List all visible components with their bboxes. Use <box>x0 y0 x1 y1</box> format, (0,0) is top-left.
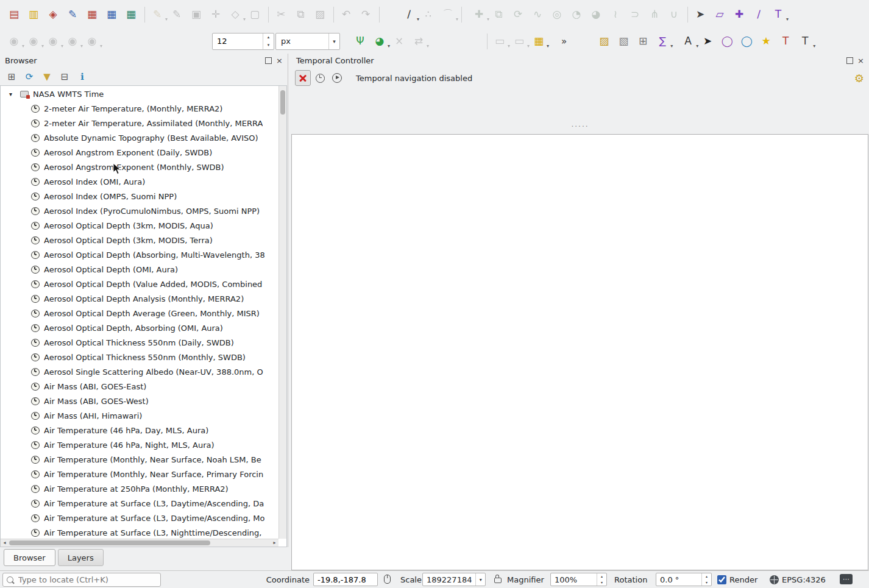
locator-input[interactable] <box>17 575 157 585</box>
tree-item[interactable]: Aerosol Optical Depth (Value Added, MODI… <box>1 277 278 291</box>
move-feature[interactable]: ✚ <box>470 5 488 24</box>
reshape-features[interactable]: ⊃ <box>626 5 644 24</box>
tree-item[interactable]: 2-meter Air Temperature, (Monthly, MERRA… <box>1 101 278 116</box>
show-map-tips[interactable]: ▧ <box>614 32 633 51</box>
tree-item[interactable]: Air Mass (ABI, GOES-West) <box>1 394 278 408</box>
tree-item[interactable]: Aerosol Angstrom Exponent (Daily, SWDB) <box>1 145 278 160</box>
add-feature[interactable]: ✛ <box>207 5 225 24</box>
new-temporary-scratch-layer[interactable]: ▦ <box>83 5 101 24</box>
refresh-browser[interactable]: ⟳ <box>23 70 36 83</box>
vertical-scrollbar-thumb[interactable] <box>280 90 285 115</box>
pointer-tool[interactable]: ➤ <box>698 32 717 51</box>
current-edits[interactable]: ✎ <box>148 5 166 24</box>
tree-item[interactable]: Aerosol Optical Depth Average (Green, Mo… <box>1 306 278 321</box>
stream-digitizing[interactable]: ∴ <box>419 5 438 24</box>
vertex-tool[interactable]: ◇ <box>226 5 244 24</box>
tree-item[interactable]: Air Temperature at Surface (L3, Nighttim… <box>1 525 278 539</box>
copy-features[interactable]: ⧉ <box>291 5 310 24</box>
add-raster-layer[interactable]: ▦ <box>102 5 121 24</box>
enable-properties-widget[interactable]: ℹ <box>76 70 89 83</box>
tree-item[interactable]: Aerosol Index (OMPS, Suomi NPP) <box>1 189 278 204</box>
tree-item[interactable]: Air Temperature at Surface (L3, Daytime/… <box>1 511 278 525</box>
new-line-annotation[interactable]: ∕ <box>750 5 768 24</box>
tree-item[interactable]: Air Mass (AHI, Himawari) <box>1 408 278 423</box>
tree-item[interactable]: Aerosol Optical Depth, Absorbing (OMI, A… <box>1 321 278 335</box>
layer-diagram-options[interactable]: ◉ <box>24 32 43 51</box>
tree-item[interactable]: Aerosol Index (PyroCumuloNimbus, OMPS, S… <box>1 204 278 218</box>
tree-item[interactable]: Air Temperature at 250hPa (Monthly, MERR… <box>1 481 278 496</box>
temporal-navigation-animated-button[interactable] <box>329 70 345 86</box>
tree-item[interactable]: Absolute Dynamic Topography (Best Availa… <box>1 130 278 145</box>
pin-unpin-labels[interactable]: ◉ <box>44 32 62 51</box>
tree-item[interactable]: Aerosol Optical Thickness 550nm (Daily, … <box>1 335 278 350</box>
crs-globe-icon[interactable] <box>770 575 779 584</box>
select-annotation[interactable]: ➤ <box>691 5 709 24</box>
spin-down-icon[interactable]: ▾ <box>597 579 606 586</box>
add-ring[interactable]: ◎ <box>548 5 566 24</box>
tree-item[interactable]: Air Temperature at Surface (L3, Daytime/… <box>1 496 278 511</box>
temporal-navigation-off-button[interactable] <box>295 70 311 86</box>
move-vertex[interactable]: ⇄ <box>410 32 428 51</box>
simplify-feature[interactable]: ∿ <box>528 5 547 24</box>
spin-up-icon[interactable]: ▴ <box>263 34 274 41</box>
tree-item[interactable]: Aerosol Optical Depth (3km, MODIS, Aqua) <box>1 218 278 233</box>
new-polygon-annotation[interactable]: ▱ <box>711 5 729 24</box>
toggle-editing[interactable]: ✎ <box>168 5 186 24</box>
tree-item[interactable]: Air Temperature (Monthly, Near Surface, … <box>1 467 278 481</box>
open-data-source-manager[interactable]: ▤ <box>5 5 23 24</box>
delete-vertex[interactable]: × <box>390 32 408 51</box>
mouse-position-icon[interactable] <box>384 575 391 584</box>
scroll-right-icon[interactable]: ▸ <box>271 539 278 547</box>
tree-item[interactable]: Aerosol Index (OMI, Aura) <box>1 174 278 189</box>
scroll-left-icon[interactable]: ◂ <box>1 539 9 547</box>
tree-item[interactable]: Aerosol Angstrom Exponent (Monthly, SWDB… <box>1 160 278 174</box>
tree-root-item[interactable]: ▾NASA WMTS Time <box>1 87 278 101</box>
new-point-annotation[interactable]: ✚ <box>730 5 748 24</box>
processing-toolbox[interactable]: ⊞ <box>634 32 652 51</box>
layer-labeling-options[interactable]: ◉ <box>5 32 23 51</box>
select-features[interactable]: ▭ <box>491 32 509 51</box>
expand-arrow-icon[interactable]: ▾ <box>9 91 20 97</box>
tree-item[interactable]: Aerosol Optical Thickness 550nm (Monthly… <box>1 350 278 364</box>
spin-up-icon[interactable]: ▴ <box>702 573 711 579</box>
add-mesh-layer[interactable]: ▦ <box>122 5 140 24</box>
crs-status-label[interactable]: EPSG:4326 <box>782 575 826 584</box>
spin-down-icon[interactable]: ▾ <box>702 579 711 586</box>
vertical-scrollbar[interactable] <box>278 86 286 539</box>
move-label[interactable]: ◉ <box>83 32 101 51</box>
measure-line[interactable]: ∕ <box>400 5 418 24</box>
float-panel-icon[interactable] <box>846 57 853 64</box>
copy-move-feature[interactable]: ⧉ <box>489 5 508 24</box>
identify-features[interactable]: ▨ <box>595 32 613 51</box>
spin-up-icon[interactable]: ▴ <box>597 573 606 579</box>
style-manager[interactable]: ▥ <box>24 5 43 24</box>
delete-selected[interactable]: ▢ <box>246 5 264 24</box>
spin-down-icon[interactable]: ▾ <box>263 41 274 49</box>
tree-item[interactable]: Air Mass (ABI, GOES-East) <box>1 379 278 394</box>
chevron-down-icon[interactable]: ▾ <box>328 34 339 49</box>
text-annotation[interactable]: T <box>776 32 795 51</box>
magnifier-spinbox[interactable]: 100% ▴ ▾ <box>550 573 607 586</box>
highlight-pinned-labels[interactable]: ◉ <box>63 32 82 51</box>
cut-features[interactable]: ✂ <box>272 5 290 24</box>
close-panel-icon[interactable]: × <box>276 57 283 65</box>
tree-item[interactable]: Aerosol Optical Depth (OMI, Aura) <box>1 262 278 277</box>
save-layer-edits[interactable]: ▣ <box>187 5 205 24</box>
new-shapefile-layer[interactable]: ✎ <box>63 5 82 24</box>
chevron-down-icon[interactable]: ▾ <box>475 573 485 586</box>
undo[interactable]: ↶ <box>337 5 355 24</box>
tree-item[interactable]: Air Temperature (46 hPa, Night, MLS, Aur… <box>1 437 278 452</box>
new-geopackage-layer[interactable]: ◈ <box>44 5 62 24</box>
temporal-navigation-fixed-range-button[interactable] <box>312 70 328 86</box>
merge-features[interactable]: ∪ <box>665 5 683 24</box>
scale-combobox[interactable]: 189227184 ▾ <box>422 573 486 586</box>
font-size-spinbox[interactable]: ▴▾ <box>212 33 274 50</box>
toolbar-overflow-button[interactable]: » <box>558 36 570 47</box>
units-combo[interactable]: px▾ <box>275 33 340 50</box>
text-format[interactable]: A <box>679 32 697 51</box>
filter-browser[interactable]: ▼ <box>40 70 54 83</box>
panel-resize-handle[interactable]: ····· <box>291 122 869 131</box>
tree-item[interactable]: Aerosol Optical Depth Analysis (Monthly,… <box>1 291 278 306</box>
tree-item[interactable]: Aerosol Optical Depth (3km, MODIS, Terra… <box>1 233 278 247</box>
split-features[interactable]: ⋔ <box>645 5 664 24</box>
